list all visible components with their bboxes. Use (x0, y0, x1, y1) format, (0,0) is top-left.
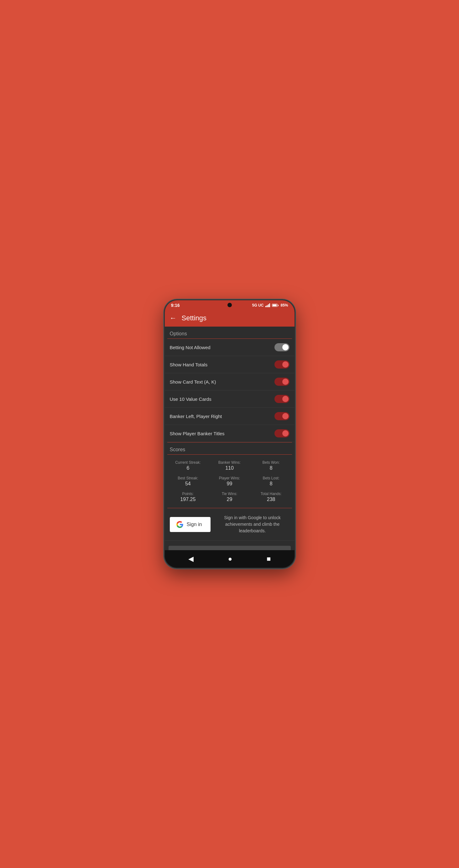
score-value-total-hands: 238 (252, 497, 291, 502)
google-g-icon (176, 521, 183, 528)
options-header: Options (165, 327, 294, 339)
scores-grid: Current Streak: 6 Banker Wins: 110 Bets … (165, 455, 294, 508)
setting-row-hand-totals: Show Hand Totals (165, 356, 294, 373)
page-title: Settings (182, 314, 207, 322)
battery-icon (272, 304, 279, 307)
score-cell-best-streak: Best Streak: 54 (167, 473, 209, 489)
battery-label: 85% (280, 303, 288, 308)
app-bar: ← Settings (165, 310, 294, 327)
score-value-bets-lost: 8 (252, 481, 291, 487)
score-label-points: Points: (169, 492, 208, 496)
score-label-current-streak: Current Streak: (169, 460, 208, 465)
nav-recent-icon[interactable]: ■ (267, 555, 271, 563)
setting-label-player-titles: Show Player Banker Titles (170, 431, 225, 436)
score-label-player-wins: Player Wins: (210, 476, 249, 480)
score-value-tie-wins: 29 (210, 497, 249, 502)
achievements-button[interactable]: ACHIEVEMENTS (169, 546, 291, 550)
score-cell-banker-wins: Banker Wins: 110 (209, 458, 250, 473)
toggle-hand-totals[interactable] (275, 361, 289, 369)
setting-row-betting: Betting Not Allowed (165, 339, 294, 356)
score-cell-bets-lost: Bets Lost: 8 (250, 473, 292, 489)
camera-notch (227, 303, 232, 307)
bottom-nav: ◀ ● ■ (165, 550, 294, 568)
score-cell-total-hands: Total Hands: 238 (250, 489, 292, 505)
score-label-tie-wins: Tie Wins: (210, 492, 249, 496)
status-time: 9:16 (171, 303, 180, 308)
toggle-betting[interactable] (275, 343, 289, 351)
setting-row-banker-left: Banker Left, Player Right (165, 408, 294, 425)
score-label-bets-lost: Bets Lost: (252, 476, 291, 480)
toggle-player-titles[interactable] (275, 429, 289, 437)
score-cell-bets-won: Bets Won: 8 (250, 458, 292, 473)
setting-row-player-titles: Show Player Banker Titles (165, 425, 294, 442)
toggle-10-value[interactable] (275, 395, 289, 403)
score-value-banker-wins: 110 (210, 465, 249, 471)
setting-row-10-value: Use 10 Value Cards (165, 391, 294, 408)
score-label-banker-wins: Banker Wins: (210, 460, 249, 465)
setting-label-10-value: Use 10 Value Cards (170, 396, 211, 402)
setting-label-card-text: Show Card Text (A, K) (170, 379, 216, 384)
back-button[interactable]: ← (170, 314, 177, 322)
signin-button-label: Sign in (187, 522, 202, 527)
setting-row-card-text: Show Card Text (A, K) (165, 373, 294, 391)
score-label-best-streak: Best Streak: (169, 476, 208, 480)
content-scroll[interactable]: Options Betting Not Allowed Show Hand To… (165, 327, 294, 550)
score-label-bets-won: Bets Won: (252, 460, 291, 465)
phone-device: 9:16 5G UC 85% ← Settings Options (164, 299, 295, 569)
score-cell-tie-wins: Tie Wins: 29 (209, 489, 250, 505)
score-label-total-hands: Total Hands: (252, 492, 291, 496)
toggle-banker-left[interactable] (275, 412, 289, 420)
score-cell-player-wins: Player Wins: 99 (209, 473, 250, 489)
status-right: 5G UC 85% (252, 303, 288, 308)
nav-home-icon[interactable]: ● (228, 555, 232, 563)
google-signin-button[interactable]: Sign in (170, 517, 210, 532)
toggle-card-text[interactable] (275, 378, 289, 386)
network-label: 5G UC (252, 303, 264, 308)
score-value-player-wins: 99 (210, 481, 249, 487)
action-buttons-area: ACHIEVEMENTS LEADERBOARDS RARE CARDS PRA… (165, 541, 294, 550)
setting-label-hand-totals: Show Hand Totals (170, 362, 208, 367)
setting-label-betting: Betting Not Allowed (170, 345, 210, 350)
signin-description: Sign in with Google to unlock achievemen… (216, 515, 289, 534)
setting-label-banker-left: Banker Left, Player Right (170, 414, 222, 419)
score-cell-current-streak: Current Streak: 6 (167, 458, 209, 473)
status-bar: 9:16 5G UC 85% (165, 300, 294, 310)
signin-section: Sign in Sign in with Google to unlock ac… (165, 508, 294, 541)
score-value-current-streak: 6 (169, 465, 208, 471)
score-value-best-streak: 54 (169, 481, 208, 487)
score-cell-points: Points: 197.25 (167, 489, 209, 505)
nav-back-icon[interactable]: ◀ (188, 555, 194, 563)
scores-header: Scores (165, 442, 294, 454)
score-value-points: 197.25 (169, 497, 208, 502)
signal-icon (265, 303, 270, 307)
score-value-bets-won: 8 (252, 465, 291, 471)
